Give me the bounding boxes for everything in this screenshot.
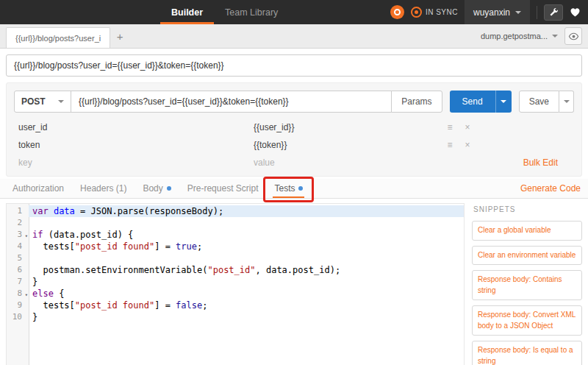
request-builder: POST {{url}}/blog/posts?user_id={{user_i…	[6, 82, 582, 177]
code-editor[interactable]: 1var data = JSON.parse(responseBody);23▾…	[6, 203, 465, 365]
save-button[interactable]: Save	[519, 91, 559, 113]
topbar-tab-team-library[interactable]: Team Library	[214, 0, 289, 24]
snippets-title: SNIPPETS	[473, 205, 582, 213]
sync-status[interactable]: IN SYNC	[411, 7, 458, 18]
favorites-button[interactable]	[570, 7, 581, 18]
tab-pre-request-script[interactable]: Pre-request Script	[179, 179, 267, 198]
param-row-new: key value Bulk Edit	[18, 154, 574, 171]
code-line: 4 tests["post_id found"] = true;	[7, 241, 464, 252]
snippet-button[interactable]: Response body: Is equal to a string	[472, 341, 582, 365]
line-number: 10	[7, 311, 29, 323]
drag-handle-icon[interactable]: ≡	[441, 122, 459, 132]
param-value-input[interactable]: {{token}}	[254, 140, 441, 150]
environment-selector[interactable]: dump.getpostma...	[481, 32, 558, 40]
line-number: 8▾	[7, 288, 29, 300]
chevron-down-icon	[515, 11, 521, 14]
code-text: var data = JSON.parse(responseBody);	[29, 205, 464, 217]
tab-body[interactable]: Body	[135, 179, 179, 198]
generate-code-link[interactable]: Generate Code	[520, 183, 581, 194]
topbar-tab-builder[interactable]: Builder	[160, 0, 214, 24]
request-url-input[interactable]: {{url}}/blog/posts?user_id={{user_id}}&t…	[71, 91, 392, 113]
code-line: 3▾if (data.post_id) {	[7, 229, 464, 241]
tab-label: Body	[143, 183, 162, 194]
snippets-panel: SNIPPETS Clear a global variableClear an…	[472, 203, 582, 365]
url-display[interactable]: {{url}}/blog/posts?user_id={{user_id}}&t…	[6, 54, 582, 77]
environment-area: dump.getpostma...	[481, 27, 582, 45]
new-tab-button[interactable]: +	[110, 26, 129, 46]
wrench-icon	[549, 7, 559, 17]
param-row: token{{token}}≡×	[18, 136, 574, 154]
snippet-button[interactable]: Response body: Convert XML body to a JSO…	[472, 305, 582, 336]
unsaved-indicator-dot	[167, 186, 171, 191]
interceptor-button[interactable]	[544, 4, 563, 21]
code-line: 2	[7, 217, 464, 229]
request-tabs-row: AuthorizationHeaders (1)BodyPre-request …	[0, 179, 588, 199]
sync-dot	[415, 10, 418, 14]
code-text	[29, 252, 464, 264]
code-line: 7}	[7, 276, 464, 288]
environment-quicklook-button[interactable]	[564, 27, 582, 45]
code-text: tests["post_id found"] = true;	[29, 241, 464, 252]
code-text: else {	[29, 288, 464, 300]
tab-label: Headers (1)	[80, 183, 126, 194]
code-text: tests["post_id found"] = false;	[29, 300, 464, 311]
user-menu-button[interactable]: wuyanxin	[465, 0, 530, 24]
snippet-button[interactable]: Response body: Contains string	[472, 270, 582, 300]
line-number: 4	[7, 241, 29, 252]
snippet-button[interactable]: Clear an environment variable	[472, 246, 582, 266]
document-tab-strip: {{url}}/blog/posts?user_i + dump.getpost…	[0, 24, 588, 49]
method-dropdown[interactable]: POST	[14, 91, 71, 113]
params-table: user_id{{user_id}}≡×token{{token}}≡× key…	[7, 118, 581, 176]
chevron-down-icon	[564, 100, 570, 103]
tests-content: 1var data = JSON.parse(responseBody);23▾…	[6, 203, 582, 365]
line-number: 6	[7, 264, 29, 276]
tab-headers-1[interactable]: Headers (1)	[72, 179, 135, 198]
topbar-divider	[537, 6, 537, 19]
param-value-input[interactable]: {{user_id}}	[254, 122, 441, 132]
environment-name: dump.getpostma...	[481, 32, 548, 40]
code-line: 5	[7, 252, 464, 264]
save-options-button[interactable]	[559, 91, 574, 113]
send-options-button[interactable]	[495, 91, 512, 113]
request-document-tab[interactable]: {{url}}/blog/posts?user_i	[6, 27, 110, 48]
tab-label: Pre-request Script	[187, 183, 259, 194]
postman-app: Builder Team Library IN SYNC wuyanxin	[0, 0, 588, 365]
tab-authorization[interactable]: Authorization	[4, 179, 72, 198]
topbar-right: IN SYNC wuyanxin	[390, 0, 588, 24]
heart-icon	[570, 7, 581, 18]
snippet-button[interactable]: Clear a global variable	[472, 221, 582, 241]
line-number: 2	[7, 217, 29, 229]
url-bar-row: {{url}}/blog/posts?user_id={{user_id}}&t…	[0, 49, 588, 77]
code-text: }	[29, 311, 464, 323]
code-text: postman.setEnvironmentVariable("post_id"…	[29, 264, 464, 276]
tab-label: Tests	[274, 183, 295, 194]
drag-handle-icon[interactable]: ≡	[441, 140, 459, 150]
tab-tests[interactable]: Tests	[266, 179, 311, 198]
line-number: 3▾	[7, 229, 29, 241]
request-tabs: AuthorizationHeaders (1)BodyPre-request …	[4, 179, 311, 198]
collection-runner-icon[interactable]	[390, 5, 404, 19]
param-key-input[interactable]: user_id	[18, 122, 254, 132]
remove-param-icon[interactable]: ×	[459, 122, 476, 132]
param-value-input[interactable]: value	[254, 157, 441, 168]
method-label: POST	[21, 96, 46, 107]
line-number: 9	[7, 300, 29, 311]
tab-label: Authorization	[12, 183, 64, 194]
eye-icon	[568, 31, 579, 42]
param-key-input[interactable]: token	[18, 140, 254, 150]
code-line: 9 tests["post_id found"] = false;	[7, 300, 464, 311]
runner-inner-ring	[394, 9, 401, 15]
send-button[interactable]: Send	[450, 91, 495, 113]
code-line: 6 postman.setEnvironmentVariable("post_i…	[7, 264, 464, 276]
chevron-down-icon	[501, 100, 506, 103]
sync-label: IN SYNC	[426, 8, 458, 16]
method-row: POST {{url}}/blog/posts?user_id={{user_i…	[7, 83, 581, 118]
send-button-group: Send	[450, 91, 512, 113]
line-number: 1	[7, 205, 29, 217]
params-button[interactable]: Params	[391, 91, 442, 113]
unsaved-indicator-dot	[298, 186, 303, 191]
line-number: 7	[7, 276, 29, 288]
bulk-edit-link[interactable]: Bulk Edit	[523, 157, 558, 168]
param-key-input[interactable]: key	[18, 157, 254, 168]
remove-param-icon[interactable]: ×	[459, 140, 476, 150]
